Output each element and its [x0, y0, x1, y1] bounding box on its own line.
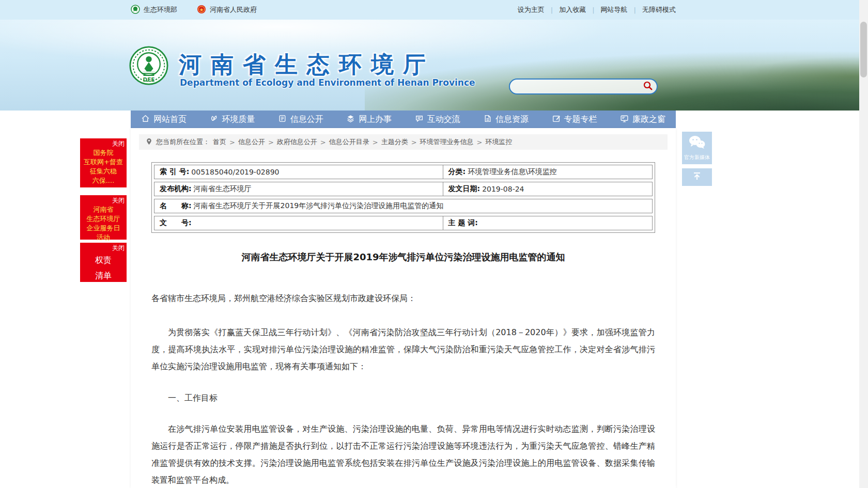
- breadcrumb-link[interactable]: 环境管理业务信息: [420, 137, 474, 147]
- chat-icon: [415, 114, 424, 125]
- breadcrumb-link[interactable]: 信息公开目录: [329, 137, 369, 147]
- field-label: 发布机构:: [160, 184, 192, 194]
- float-notice-guowuyuan[interactable]: 关闭 国务院 互联网+督查 征集六稳 六保....: [80, 138, 127, 187]
- nav-item-integrity-window[interactable]: 廉政之窗: [620, 114, 665, 125]
- document-icon: [278, 114, 287, 125]
- search-input[interactable]: [510, 80, 639, 93]
- article-paragraph: 各省辖市生态环境局，郑州航空港经济综合实验区规划市政建设环保局：: [151, 290, 655, 307]
- back-to-top-button[interactable]: [682, 168, 712, 186]
- breadcrumb-link[interactable]: 环境监控: [485, 137, 512, 147]
- nav-item-online-services[interactable]: 网上办事: [346, 114, 392, 125]
- nav-label: 互动交流: [427, 114, 460, 125]
- breadcrumb-separator: >: [411, 138, 417, 146]
- nav-label: 廉政之窗: [632, 114, 665, 125]
- link-henan-gov[interactable]: ★ 河南省人民政府: [197, 5, 257, 15]
- scrollbar-thumb[interactable]: [860, 22, 867, 77]
- close-button[interactable]: 关闭: [80, 243, 127, 253]
- float-notice-enterprise-service-day[interactable]: 关闭 河南省 生态环境厅 企业服务日 活动: [80, 195, 127, 240]
- edit-icon: [552, 114, 561, 125]
- table-row: 名 称: 河南省生态环境厅关于开展2019年涉气排污单位污染治理设施用电监管的通…: [154, 199, 653, 213]
- site-title: 河南省生态环境厅: [179, 50, 435, 80]
- close-button[interactable]: 关闭: [80, 138, 127, 148]
- breadcrumb-link[interactable]: 信息公开: [238, 137, 265, 147]
- notice-line: 清单: [80, 268, 127, 284]
- site-map-link[interactable]: 网站导航: [601, 5, 628, 14]
- notice-line: 企业服务日: [80, 224, 127, 233]
- nav-item-information-resources[interactable]: 信息资源: [483, 114, 529, 125]
- breadcrumb-separator: >: [373, 138, 378, 146]
- breadcrumb-separator: >: [229, 138, 235, 146]
- nav-item-information-disclosure[interactable]: 信息公开: [278, 114, 323, 125]
- add-favorite-link[interactable]: 加入收藏: [559, 5, 586, 14]
- location-pin-icon: [145, 137, 153, 147]
- official-wechat-widget[interactable]: 官方新媒体: [682, 132, 712, 164]
- nav-item-special-columns[interactable]: 专题专栏: [552, 114, 597, 125]
- notice-line: 互联网+督查: [80, 158, 127, 167]
- article-title: 河南省生态环境厅关于开展2019年涉气排污单位污染治理设施用电监管的通知: [151, 251, 655, 263]
- field-value: 河南省生态环境厅关于开展2019年涉气排污单位污染治理设施用电监管的通知: [194, 201, 444, 211]
- nav-item-environment-quality[interactable]: 环境质量: [209, 114, 255, 125]
- article-paragraph: 为贯彻落实《打赢蓝天保卫战三年行动计划》、《河南省污染防治攻坚战三年行动计划（2…: [151, 324, 655, 375]
- nav-item-home[interactable]: 网站首页: [141, 114, 187, 125]
- scrollbar-track[interactable]: [859, 0, 868, 488]
- wechat-widget-label: 官方新媒体: [684, 154, 710, 161]
- document-meta-table: 索 引 号: 005185040/2019-02890 分类: 环境管理业务信息…: [151, 162, 655, 233]
- national-emblem-icon: ★: [197, 5, 206, 15]
- logo-abbr: DEE: [143, 76, 155, 83]
- breadcrumb-separator: >: [268, 138, 274, 146]
- breadcrumb-link[interactable]: 首页: [213, 137, 226, 147]
- nav-label: 网站首页: [153, 114, 187, 125]
- nav-label: 网上办事: [359, 114, 392, 125]
- set-homepage-link[interactable]: 设为主页: [518, 5, 545, 14]
- layers-icon: [346, 114, 355, 125]
- svg-text:★: ★: [199, 7, 204, 12]
- accessibility-mode-link[interactable]: 无障碍模式: [642, 5, 676, 14]
- close-button[interactable]: 关闭: [80, 195, 127, 205]
- file-icon: [483, 114, 492, 125]
- nav-label: 信息资源: [495, 114, 529, 125]
- mee-logo-icon: [131, 5, 140, 15]
- back-to-top-icon: [692, 171, 702, 183]
- link-mee[interactable]: 生态环境部: [131, 5, 177, 15]
- notice-line: 活动: [80, 233, 127, 242]
- breadcrumb: 您当前所在位置： 首页 > 信息公开 > 政府信息公开 > 信息公开目录 > 主…: [139, 134, 668, 150]
- home-icon: [141, 114, 150, 125]
- article-body: 各省辖市生态环境局，郑州航空港经济综合实验区规划市政建设环保局： 为贯彻落实《打…: [131, 290, 676, 488]
- field-label: 名 称:: [160, 201, 192, 211]
- search-icon: [643, 81, 653, 92]
- search-button[interactable]: [639, 80, 657, 93]
- nav-label: 信息公开: [290, 114, 323, 125]
- separator: |: [634, 6, 636, 14]
- notice-line: 生态环境厅: [80, 214, 127, 224]
- main-nav: 网站首页 环境质量 信息公开 网上办事 互动交流 信息资源 专题专栏 廉政之窗: [131, 111, 676, 128]
- separator: |: [592, 6, 594, 14]
- topbar-inner: 生态环境部 ★ 河南省人民政府 设为主页 | 加入收藏 | 网站导航 | 无障碍…: [131, 0, 676, 20]
- breadcrumb-separator: >: [320, 138, 326, 146]
- float-notice-power-list[interactable]: 关闭 权责 清单: [80, 243, 127, 282]
- link-mee-label: 生态环境部: [144, 5, 177, 14]
- issuing-agency-cell: 发布机构: 河南省生态环境厅: [154, 182, 443, 196]
- notice-line: 河南省: [80, 205, 127, 214]
- subject-words-cell: 主 题 词:: [443, 216, 652, 230]
- field-value: 2019-08-24: [482, 185, 524, 193]
- table-row: 文 号: 主 题 词:: [154, 216, 653, 230]
- field-value: 005185040/2019-02890: [191, 168, 279, 176]
- document-number-cell: 文 号:: [154, 216, 443, 230]
- topbar: 生态环境部 ★ 河南省人民政府 设为主页 | 加入收藏 | 网站导航 | 无障碍…: [0, 0, 868, 20]
- link-henan-gov-label: 河南省人民政府: [210, 5, 257, 14]
- header-banner: DEE 河南省生态环境厅 Department of Ecology and E…: [0, 20, 868, 111]
- category-cell: 分类: 环境管理业务信息\环境监控: [443, 165, 652, 179]
- banner-landscape-image: [365, 35, 868, 111]
- search-box: [509, 78, 658, 95]
- notice-line: 国务院: [80, 148, 127, 158]
- nav-item-interaction[interactable]: 互动交流: [415, 114, 460, 125]
- breadcrumb-prefix: 您当前所在位置：: [156, 137, 210, 147]
- leaf-icon: [209, 114, 218, 125]
- notice-line: 征集六稳: [80, 167, 127, 176]
- monitor-icon: [620, 114, 629, 125]
- notice-line: 六保....: [80, 176, 127, 185]
- nav-label: 专题专栏: [564, 114, 597, 125]
- breadcrumb-link[interactable]: 主题分类: [381, 137, 408, 147]
- field-label: 主 题 词:: [448, 218, 478, 228]
- breadcrumb-link[interactable]: 政府信息公开: [277, 137, 317, 147]
